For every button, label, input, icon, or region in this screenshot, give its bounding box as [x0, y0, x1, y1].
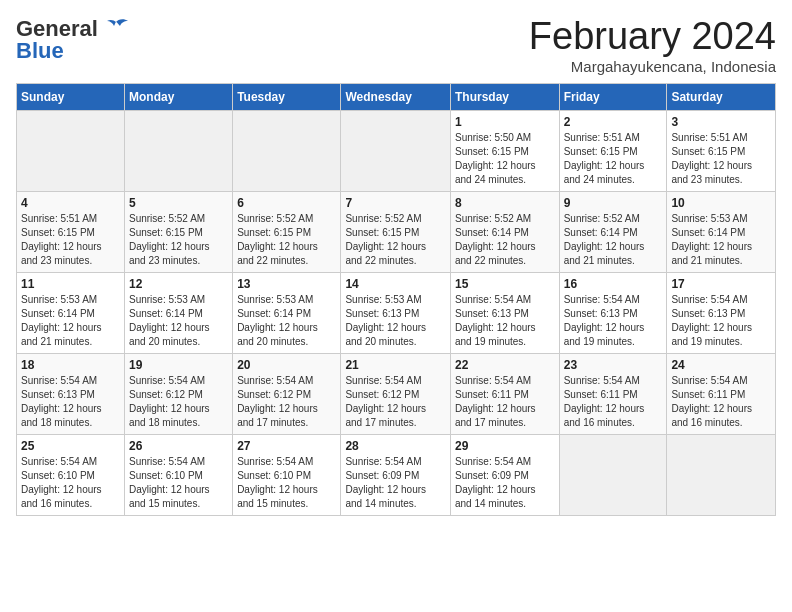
calendar-cell: 12Sunrise: 5:53 AM Sunset: 6:14 PM Dayli…: [125, 272, 233, 353]
calendar-cell: 28Sunrise: 5:54 AM Sunset: 6:09 PM Dayli…: [341, 434, 451, 515]
calendar-cell: 10Sunrise: 5:53 AM Sunset: 6:14 PM Dayli…: [667, 191, 776, 272]
calendar-cell: 3Sunrise: 5:51 AM Sunset: 6:15 PM Daylig…: [667, 110, 776, 191]
day-number: 21: [345, 358, 446, 372]
day-info: Sunrise: 5:54 AM Sunset: 6:13 PM Dayligh…: [455, 293, 555, 349]
day-info: Sunrise: 5:52 AM Sunset: 6:15 PM Dayligh…: [129, 212, 228, 268]
calendar-cell: [125, 110, 233, 191]
day-info: Sunrise: 5:53 AM Sunset: 6:14 PM Dayligh…: [237, 293, 336, 349]
day-number: 7: [345, 196, 446, 210]
day-of-week-header: Sunday: [17, 83, 125, 110]
day-info: Sunrise: 5:53 AM Sunset: 6:14 PM Dayligh…: [129, 293, 228, 349]
day-of-week-header: Thursday: [450, 83, 559, 110]
day-number: 8: [455, 196, 555, 210]
day-number: 20: [237, 358, 336, 372]
day-number: 29: [455, 439, 555, 453]
calendar-cell: 7Sunrise: 5:52 AM Sunset: 6:15 PM Daylig…: [341, 191, 451, 272]
calendar-week-row: 4Sunrise: 5:51 AM Sunset: 6:15 PM Daylig…: [17, 191, 776, 272]
day-of-week-header: Tuesday: [233, 83, 341, 110]
day-info: Sunrise: 5:53 AM Sunset: 6:14 PM Dayligh…: [21, 293, 120, 349]
day-number: 3: [671, 115, 771, 129]
calendar-table: SundayMondayTuesdayWednesdayThursdayFrid…: [16, 83, 776, 516]
day-number: 19: [129, 358, 228, 372]
calendar-cell: 29Sunrise: 5:54 AM Sunset: 6:09 PM Dayli…: [450, 434, 559, 515]
day-number: 15: [455, 277, 555, 291]
calendar-cell: 15Sunrise: 5:54 AM Sunset: 6:13 PM Dayli…: [450, 272, 559, 353]
day-number: 13: [237, 277, 336, 291]
day-info: Sunrise: 5:54 AM Sunset: 6:10 PM Dayligh…: [21, 455, 120, 511]
day-info: Sunrise: 5:50 AM Sunset: 6:15 PM Dayligh…: [455, 131, 555, 187]
day-info: Sunrise: 5:52 AM Sunset: 6:15 PM Dayligh…: [237, 212, 336, 268]
day-number: 28: [345, 439, 446, 453]
day-number: 17: [671, 277, 771, 291]
calendar-cell: 22Sunrise: 5:54 AM Sunset: 6:11 PM Dayli…: [450, 353, 559, 434]
calendar-cell: 2Sunrise: 5:51 AM Sunset: 6:15 PM Daylig…: [559, 110, 667, 191]
calendar-week-row: 18Sunrise: 5:54 AM Sunset: 6:13 PM Dayli…: [17, 353, 776, 434]
day-info: Sunrise: 5:54 AM Sunset: 6:12 PM Dayligh…: [345, 374, 446, 430]
day-number: 1: [455, 115, 555, 129]
day-info: Sunrise: 5:51 AM Sunset: 6:15 PM Dayligh…: [671, 131, 771, 187]
calendar-week-row: 1Sunrise: 5:50 AM Sunset: 6:15 PM Daylig…: [17, 110, 776, 191]
calendar-cell: 27Sunrise: 5:54 AM Sunset: 6:10 PM Dayli…: [233, 434, 341, 515]
calendar-cell: 26Sunrise: 5:54 AM Sunset: 6:10 PM Dayli…: [125, 434, 233, 515]
day-info: Sunrise: 5:54 AM Sunset: 6:10 PM Dayligh…: [237, 455, 336, 511]
calendar-cell: 23Sunrise: 5:54 AM Sunset: 6:11 PM Dayli…: [559, 353, 667, 434]
calendar-cell: 17Sunrise: 5:54 AM Sunset: 6:13 PM Dayli…: [667, 272, 776, 353]
calendar-cell: 19Sunrise: 5:54 AM Sunset: 6:12 PM Dayli…: [125, 353, 233, 434]
day-of-week-header: Saturday: [667, 83, 776, 110]
calendar-cell: 8Sunrise: 5:52 AM Sunset: 6:14 PM Daylig…: [450, 191, 559, 272]
day-number: 9: [564, 196, 663, 210]
day-info: Sunrise: 5:51 AM Sunset: 6:15 PM Dayligh…: [564, 131, 663, 187]
calendar-cell: 13Sunrise: 5:53 AM Sunset: 6:14 PM Dayli…: [233, 272, 341, 353]
calendar-cell: 21Sunrise: 5:54 AM Sunset: 6:12 PM Dayli…: [341, 353, 451, 434]
day-info: Sunrise: 5:54 AM Sunset: 6:11 PM Dayligh…: [671, 374, 771, 430]
day-number: 11: [21, 277, 120, 291]
day-info: Sunrise: 5:54 AM Sunset: 6:11 PM Dayligh…: [564, 374, 663, 430]
logo-bird-icon: [102, 18, 130, 40]
calendar-cell: [667, 434, 776, 515]
day-info: Sunrise: 5:51 AM Sunset: 6:15 PM Dayligh…: [21, 212, 120, 268]
day-of-week-header: Wednesday: [341, 83, 451, 110]
calendar-cell: 11Sunrise: 5:53 AM Sunset: 6:14 PM Dayli…: [17, 272, 125, 353]
day-number: 24: [671, 358, 771, 372]
day-number: 27: [237, 439, 336, 453]
day-info: Sunrise: 5:52 AM Sunset: 6:14 PM Dayligh…: [455, 212, 555, 268]
day-info: Sunrise: 5:53 AM Sunset: 6:13 PM Dayligh…: [345, 293, 446, 349]
day-info: Sunrise: 5:54 AM Sunset: 6:09 PM Dayligh…: [345, 455, 446, 511]
day-number: 5: [129, 196, 228, 210]
day-of-week-header: Monday: [125, 83, 233, 110]
day-number: 6: [237, 196, 336, 210]
day-info: Sunrise: 5:54 AM Sunset: 6:13 PM Dayligh…: [564, 293, 663, 349]
day-number: 22: [455, 358, 555, 372]
calendar-week-row: 11Sunrise: 5:53 AM Sunset: 6:14 PM Dayli…: [17, 272, 776, 353]
day-info: Sunrise: 5:54 AM Sunset: 6:12 PM Dayligh…: [129, 374, 228, 430]
day-info: Sunrise: 5:54 AM Sunset: 6:13 PM Dayligh…: [671, 293, 771, 349]
day-info: Sunrise: 5:54 AM Sunset: 6:13 PM Dayligh…: [21, 374, 120, 430]
day-info: Sunrise: 5:52 AM Sunset: 6:14 PM Dayligh…: [564, 212, 663, 268]
logo-blue-text: Blue: [16, 38, 64, 64]
day-number: 14: [345, 277, 446, 291]
day-number: 4: [21, 196, 120, 210]
day-number: 23: [564, 358, 663, 372]
calendar-header-row: SundayMondayTuesdayWednesdayThursdayFrid…: [17, 83, 776, 110]
calendar-cell: 6Sunrise: 5:52 AM Sunset: 6:15 PM Daylig…: [233, 191, 341, 272]
month-title: February 2024: [529, 16, 776, 58]
calendar-cell: 14Sunrise: 5:53 AM Sunset: 6:13 PM Dayli…: [341, 272, 451, 353]
location-subtitle: Margahayukencana, Indonesia: [529, 58, 776, 75]
day-info: Sunrise: 5:54 AM Sunset: 6:09 PM Dayligh…: [455, 455, 555, 511]
calendar-week-row: 25Sunrise: 5:54 AM Sunset: 6:10 PM Dayli…: [17, 434, 776, 515]
day-number: 18: [21, 358, 120, 372]
calendar-cell: 18Sunrise: 5:54 AM Sunset: 6:13 PM Dayli…: [17, 353, 125, 434]
calendar-cell: 16Sunrise: 5:54 AM Sunset: 6:13 PM Dayli…: [559, 272, 667, 353]
day-number: 26: [129, 439, 228, 453]
calendar-cell: 25Sunrise: 5:54 AM Sunset: 6:10 PM Dayli…: [17, 434, 125, 515]
calendar-cell: 4Sunrise: 5:51 AM Sunset: 6:15 PM Daylig…: [17, 191, 125, 272]
title-area: February 2024 Margahayukencana, Indonesi…: [529, 16, 776, 75]
calendar-cell: 24Sunrise: 5:54 AM Sunset: 6:11 PM Dayli…: [667, 353, 776, 434]
day-number: 10: [671, 196, 771, 210]
calendar-cell: 20Sunrise: 5:54 AM Sunset: 6:12 PM Dayli…: [233, 353, 341, 434]
calendar-cell: [233, 110, 341, 191]
day-number: 25: [21, 439, 120, 453]
day-info: Sunrise: 5:53 AM Sunset: 6:14 PM Dayligh…: [671, 212, 771, 268]
day-number: 16: [564, 277, 663, 291]
logo: General Blue: [16, 16, 130, 64]
